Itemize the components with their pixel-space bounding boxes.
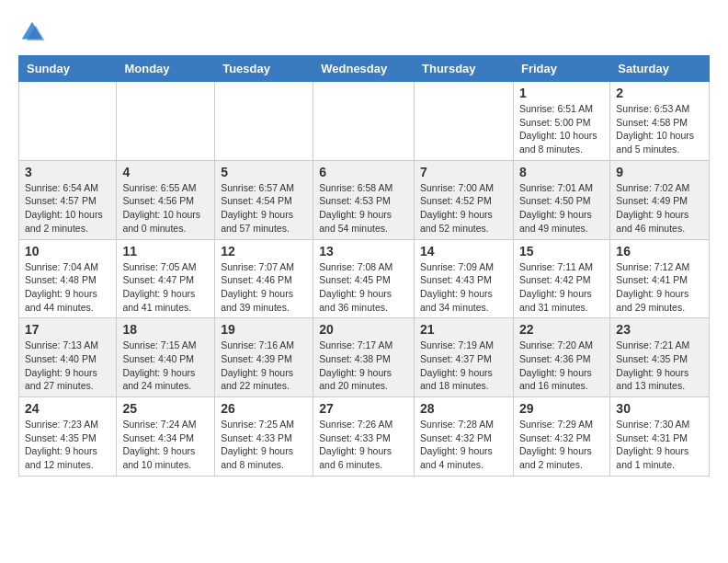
calendar-day-6: 6Sunrise: 6:58 AMSunset: 4:53 PMDaylight…: [313, 160, 415, 239]
day-info: Sunrise: 7:02 AMSunset: 4:49 PMDaylight:…: [616, 181, 703, 236]
day-info: Sunrise: 7:29 AMSunset: 4:32 PMDaylight:…: [519, 418, 604, 472]
day-info: Sunrise: 7:21 AMSunset: 4:35 PMDaylight:…: [616, 339, 703, 393]
day-number: 13: [319, 244, 408, 259]
calendar-empty: [415, 82, 514, 161]
day-number: 14: [420, 244, 507, 259]
logo-icon: [18, 18, 46, 46]
day-number: 9: [616, 165, 703, 179]
day-number: 21: [420, 322, 507, 337]
calendar-day-26: 26Sunrise: 7:25 AMSunset: 4:33 PMDayligh…: [215, 397, 313, 477]
calendar-day-18: 18Sunrise: 7:15 AMSunset: 4:40 PMDayligh…: [117, 318, 215, 397]
day-number: 1: [519, 86, 604, 100]
day-number: 3: [25, 165, 110, 179]
weekday-header-monday: Monday: [117, 56, 215, 82]
calendar-week-1: 1Sunrise: 6:51 AMSunset: 5:00 PMDaylight…: [19, 82, 710, 161]
day-number: 15: [519, 244, 604, 259]
calendar-empty: [19, 82, 117, 161]
day-info: Sunrise: 7:12 AMSunset: 4:41 PMDaylight:…: [616, 260, 703, 315]
weekday-header-wednesday: Wednesday: [313, 56, 415, 82]
day-info: Sunrise: 7:30 AMSunset: 4:31 PMDaylight:…: [616, 418, 703, 472]
day-number: 23: [616, 322, 703, 337]
calendar-day-16: 16Sunrise: 7:12 AMSunset: 4:41 PMDayligh…: [610, 239, 710, 318]
calendar-day-29: 29Sunrise: 7:29 AMSunset: 4:32 PMDayligh…: [513, 397, 609, 477]
day-info: Sunrise: 7:24 AMSunset: 4:34 PMDaylight:…: [122, 418, 209, 472]
day-number: 8: [519, 165, 604, 179]
day-info: Sunrise: 7:20 AMSunset: 4:36 PMDaylight:…: [519, 339, 604, 393]
day-number: 4: [122, 165, 209, 179]
calendar-day-7: 7Sunrise: 7:00 AMSunset: 4:52 PMDaylight…: [415, 160, 514, 239]
day-info: Sunrise: 7:19 AMSunset: 4:37 PMDaylight:…: [420, 339, 507, 393]
day-number: 29: [519, 401, 604, 416]
day-number: 10: [25, 244, 110, 259]
day-number: 18: [122, 322, 209, 337]
calendar-day-27: 27Sunrise: 7:26 AMSunset: 4:33 PMDayligh…: [313, 397, 415, 477]
day-number: 16: [616, 244, 703, 259]
day-info: Sunrise: 7:00 AMSunset: 4:52 PMDaylight:…: [420, 181, 507, 236]
day-info: Sunrise: 6:54 AMSunset: 4:57 PMDaylight:…: [25, 181, 110, 236]
day-number: 26: [221, 401, 307, 416]
day-info: Sunrise: 7:04 AMSunset: 4:48 PMDaylight:…: [25, 260, 110, 315]
day-number: 20: [319, 322, 408, 337]
weekday-row: SundayMondayTuesdayWednesdayThursdayFrid…: [19, 56, 710, 82]
day-info: Sunrise: 7:09 AMSunset: 4:43 PMDaylight:…: [420, 260, 507, 315]
day-number: 24: [25, 401, 110, 416]
logo: [18, 18, 50, 46]
calendar-day-14: 14Sunrise: 7:09 AMSunset: 4:43 PMDayligh…: [415, 239, 514, 318]
calendar-empty: [215, 82, 313, 161]
weekday-header-sunday: Sunday: [19, 56, 117, 82]
day-info: Sunrise: 7:11 AMSunset: 4:42 PMDaylight:…: [519, 260, 604, 315]
day-info: Sunrise: 6:58 AMSunset: 4:53 PMDaylight:…: [319, 181, 408, 236]
weekday-header-tuesday: Tuesday: [215, 56, 313, 82]
day-info: Sunrise: 7:23 AMSunset: 4:35 PMDaylight:…: [25, 418, 110, 472]
day-info: Sunrise: 6:57 AMSunset: 4:54 PMDaylight:…: [221, 181, 307, 236]
day-number: 25: [122, 401, 209, 416]
calendar-day-5: 5Sunrise: 6:57 AMSunset: 4:54 PMDaylight…: [215, 160, 313, 239]
calendar-week-3: 10Sunrise: 7:04 AMSunset: 4:48 PMDayligh…: [19, 239, 710, 318]
calendar-week-2: 3Sunrise: 6:54 AMSunset: 4:57 PMDaylight…: [19, 160, 710, 239]
day-number: 22: [519, 322, 604, 337]
calendar-day-3: 3Sunrise: 6:54 AMSunset: 4:57 PMDaylight…: [19, 160, 117, 239]
calendar-day-23: 23Sunrise: 7:21 AMSunset: 4:35 PMDayligh…: [610, 318, 710, 397]
day-info: Sunrise: 6:51 AMSunset: 5:00 PMDaylight:…: [519, 102, 604, 156]
calendar-day-20: 20Sunrise: 7:17 AMSunset: 4:38 PMDayligh…: [313, 318, 415, 397]
calendar-day-11: 11Sunrise: 7:05 AMSunset: 4:47 PMDayligh…: [117, 239, 215, 318]
day-info: Sunrise: 7:16 AMSunset: 4:39 PMDaylight:…: [221, 339, 307, 393]
calendar-empty: [117, 82, 215, 161]
day-info: Sunrise: 7:15 AMSunset: 4:40 PMDaylight:…: [122, 339, 209, 393]
calendar-day-4: 4Sunrise: 6:55 AMSunset: 4:56 PMDaylight…: [117, 160, 215, 239]
calendar-body: 1Sunrise: 6:51 AMSunset: 5:00 PMDaylight…: [19, 82, 710, 477]
calendar-day-8: 8Sunrise: 7:01 AMSunset: 4:50 PMDaylight…: [513, 160, 609, 239]
calendar-day-19: 19Sunrise: 7:16 AMSunset: 4:39 PMDayligh…: [215, 318, 313, 397]
day-info: Sunrise: 7:07 AMSunset: 4:46 PMDaylight:…: [221, 260, 307, 315]
day-number: 2: [616, 86, 703, 100]
day-info: Sunrise: 7:25 AMSunset: 4:33 PMDaylight:…: [221, 418, 307, 472]
weekday-header-thursday: Thursday: [415, 56, 514, 82]
day-info: Sunrise: 6:53 AMSunset: 4:58 PMDaylight:…: [616, 102, 703, 156]
header: [18, 18, 710, 46]
day-info: Sunrise: 7:01 AMSunset: 4:50 PMDaylight:…: [519, 181, 604, 236]
calendar-day-25: 25Sunrise: 7:24 AMSunset: 4:34 PMDayligh…: [117, 397, 215, 477]
calendar-day-22: 22Sunrise: 7:20 AMSunset: 4:36 PMDayligh…: [513, 318, 609, 397]
day-info: Sunrise: 7:28 AMSunset: 4:32 PMDaylight:…: [420, 418, 507, 472]
day-number: 7: [420, 165, 507, 179]
calendar-day-1: 1Sunrise: 6:51 AMSunset: 5:00 PMDaylight…: [513, 82, 609, 161]
calendar-day-9: 9Sunrise: 7:02 AMSunset: 4:49 PMDaylight…: [610, 160, 710, 239]
day-info: Sunrise: 6:55 AMSunset: 4:56 PMDaylight:…: [122, 181, 209, 236]
day-number: 28: [420, 401, 507, 416]
day-number: 6: [319, 165, 408, 179]
calendar-day-12: 12Sunrise: 7:07 AMSunset: 4:46 PMDayligh…: [215, 239, 313, 318]
calendar-day-30: 30Sunrise: 7:30 AMSunset: 4:31 PMDayligh…: [610, 397, 710, 477]
day-info: Sunrise: 7:13 AMSunset: 4:40 PMDaylight:…: [25, 339, 110, 393]
calendar-day-13: 13Sunrise: 7:08 AMSunset: 4:45 PMDayligh…: [313, 239, 415, 318]
calendar-day-21: 21Sunrise: 7:19 AMSunset: 4:37 PMDayligh…: [415, 318, 514, 397]
day-number: 11: [122, 244, 209, 259]
calendar-day-28: 28Sunrise: 7:28 AMSunset: 4:32 PMDayligh…: [415, 397, 514, 477]
calendar-day-2: 2Sunrise: 6:53 AMSunset: 4:58 PMDaylight…: [610, 82, 710, 161]
day-info: Sunrise: 7:05 AMSunset: 4:47 PMDaylight:…: [122, 260, 209, 315]
calendar-day-15: 15Sunrise: 7:11 AMSunset: 4:42 PMDayligh…: [513, 239, 609, 318]
calendar-day-10: 10Sunrise: 7:04 AMSunset: 4:48 PMDayligh…: [19, 239, 117, 318]
day-info: Sunrise: 7:08 AMSunset: 4:45 PMDaylight:…: [319, 260, 408, 315]
calendar-week-5: 24Sunrise: 7:23 AMSunset: 4:35 PMDayligh…: [19, 397, 710, 477]
day-number: 5: [221, 165, 307, 179]
day-number: 19: [221, 322, 307, 337]
